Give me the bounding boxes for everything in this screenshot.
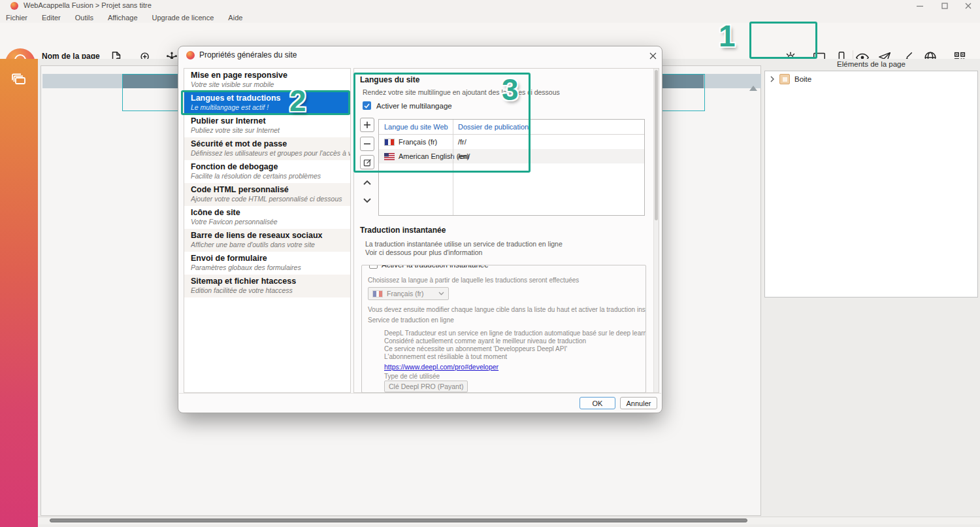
horizontal-scrollbar-thumb[interactable]	[50, 518, 747, 522]
app-logo-icon	[10, 2, 18, 10]
annotation-box-1	[749, 22, 817, 59]
key-type-label: Type de clé utilisée	[384, 373, 440, 381]
nav-item-reseaux-sociaux[interactable]: Barre de liens de reseaux sociaux Affich…	[184, 229, 350, 252]
menu-affichage[interactable]: Affichage	[108, 14, 138, 22]
close-button[interactable]	[956, 0, 980, 12]
nav-item-sitemap[interactable]: Sitemap et fichier htaccess Edition faci…	[184, 275, 350, 298]
titlebar: WebAcappella Fusion > Projet sans titre	[0, 0, 980, 12]
app-window: WebAcappella Fusion > Projet sans titre …	[0, 0, 980, 527]
chevron-right-icon[interactable]	[770, 76, 775, 82]
deepl-line4: L'abonnement est résiliable à tout momen…	[384, 353, 507, 361]
instant-translation-checkbox-label: Activer la traduction instantanée	[382, 265, 489, 269]
source-language-select[interactable]: Français (fr)	[368, 287, 449, 300]
translation-section-title: Traduction instantanée	[360, 226, 446, 235]
annotation-box-2	[181, 90, 350, 115]
nav-item-code-html[interactable]: Code HTML personnalisé Ajouter votre cod…	[184, 183, 350, 206]
france-flag-icon	[372, 290, 383, 298]
annotation-number-2: 2	[289, 86, 306, 116]
boite-icon	[779, 74, 790, 84]
annotation-number-1: 1	[719, 21, 736, 51]
menubar: Fichier Editer Outils Affichage Upgrade …	[0, 12, 980, 23]
deepl-link[interactable]: https://www.deepl.com/pro#developer	[384, 363, 498, 371]
dialog-footer-divider	[179, 393, 661, 394]
nav-item-responsive[interactable]: Mise en page responsive Votre site visib…	[184, 69, 350, 92]
dialog-close-button[interactable]	[647, 50, 658, 61]
pages-icon[interactable]	[10, 71, 28, 89]
dialog-vertical-scrollbar-thumb[interactable]	[655, 70, 658, 220]
instant-translation-checkbox-row: Activer la traduction instantanée	[366, 265, 492, 269]
elements-panel	[764, 71, 978, 298]
menu-outils[interactable]: Outils	[75, 14, 93, 22]
window-title: WebAcappella Fusion > Projet sans titre	[24, 1, 152, 9]
key-type-select[interactable]: Clé Deepl PRO (Payant)	[384, 381, 468, 392]
dialog-nav-list: Mise en page responsive Votre site visib…	[184, 68, 351, 393]
tree-item-boite[interactable]: Boite	[770, 74, 811, 84]
cancel-button[interactable]: Annuler	[620, 397, 657, 409]
move-language-down-button[interactable]	[360, 194, 374, 207]
menu-upgrade[interactable]: Upgrade de licence	[152, 14, 214, 22]
menu-editer[interactable]: Editer	[42, 14, 61, 22]
nav-item-icone[interactable]: Icône de site Votre Favicon personnalisé…	[184, 206, 350, 229]
service-label: Service de traduction en ligne	[368, 316, 454, 324]
menu-aide[interactable]: Aide	[228, 14, 242, 22]
nav-item-publier[interactable]: Publier sur Internet Publiez votre site …	[184, 114, 350, 137]
translation-note: Vous devez ensuite modifier chaque langu…	[368, 306, 646, 314]
minimize-button[interactable]	[908, 0, 932, 12]
dialog-logo-icon	[186, 51, 195, 60]
tree-item-label: Boite	[794, 75, 811, 83]
dialog-title: Propriétés générales du site	[199, 50, 297, 60]
chevron-down-icon	[438, 292, 444, 296]
choose-language-label: Choisissez la langue à partir de laquell…	[368, 277, 579, 284]
resize-handle-icon[interactable]	[749, 86, 757, 91]
menu-fichier[interactable]: Fichier	[6, 14, 27, 22]
translation-line2: Voir ci dessous pour plus d'information	[365, 248, 482, 256]
dialog-vertical-scrollbar[interactable]	[653, 69, 659, 392]
maximize-button[interactable]	[933, 0, 956, 12]
move-language-up-button[interactable]	[360, 176, 374, 189]
elements-panel-title: Eléments de la page	[764, 60, 978, 68]
nav-item-securite[interactable]: Sécurité et mot de passe Définissez les …	[184, 137, 350, 160]
nav-item-debogage[interactable]: Fonction de debogage Facilite la résolut…	[184, 160, 350, 183]
deepl-line3: Ce service nécessite un abonnement 'Deve…	[384, 345, 567, 353]
deepl-line1: DeepL Traducteur est un service en ligne…	[384, 330, 646, 337]
ok-button[interactable]: OK	[580, 397, 615, 409]
nav-item-formulaire[interactable]: Envoi de formulaire Paramètres globaux d…	[184, 252, 350, 275]
deepl-line2: Considéré actuellement comme ayant le me…	[384, 337, 586, 345]
annotation-number-3: 3	[502, 75, 519, 105]
canvas-header-segment[interactable]	[42, 74, 122, 88]
instant-translation-checkbox[interactable]	[369, 265, 378, 269]
left-sidebar	[0, 59, 38, 527]
instant-translation-group: Activer la traduction instantanée Choisi…	[361, 265, 646, 393]
translation-line1: La traduction instantanée utilise un ser…	[365, 240, 563, 248]
